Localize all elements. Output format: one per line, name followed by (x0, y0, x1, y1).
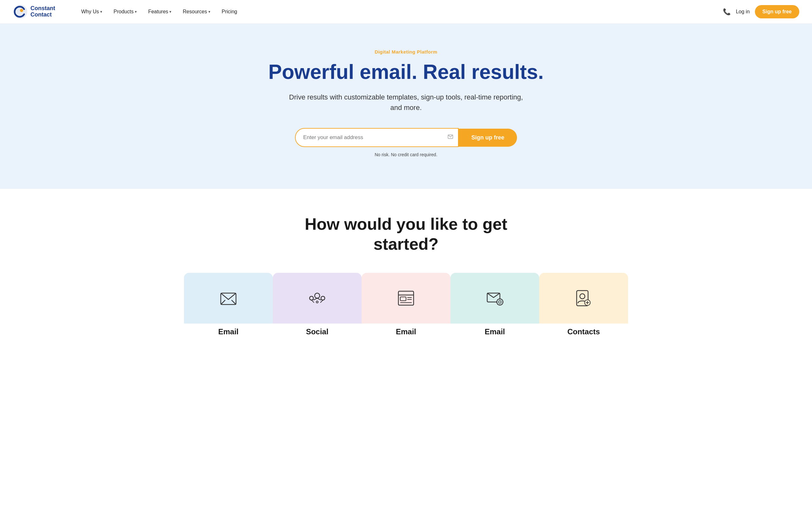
svg-line-9 (313, 298, 317, 300)
login-link[interactable]: Log in (736, 9, 750, 14)
svg-line-4 (221, 300, 225, 304)
hero-label: Digital Marketing Platform (13, 49, 799, 55)
card-label-email: Email (184, 324, 273, 336)
svg-point-7 (310, 296, 313, 300)
email-icon (447, 134, 454, 142)
nav-products[interactable]: Products ▾ (109, 6, 141, 17)
get-started-section: How would you like to get started? (0, 189, 812, 349)
svg-line-13 (320, 300, 323, 302)
chevron-down-icon: ▾ (208, 9, 210, 14)
svg-line-12 (311, 300, 314, 302)
navbar-left: Constant Contact Why Us ▾ Products ▾ Fea… (13, 4, 242, 19)
navbar-right: 📞 Log in Sign up free (723, 5, 799, 18)
logo-line1: Constant (31, 5, 55, 12)
chevron-down-icon: ▾ (100, 9, 102, 14)
hero-title: Powerful email. Real results. (13, 61, 799, 83)
nav-resources[interactable]: Resources ▾ (178, 6, 214, 17)
card-label-social: Social (273, 324, 362, 336)
chevron-down-icon: ▾ (135, 9, 137, 14)
card-contacts[interactable] (539, 273, 628, 324)
navbar: Constant Contact Why Us ▾ Products ▾ Fea… (0, 0, 812, 24)
card-social[interactable] (273, 273, 362, 324)
logo-text: Constant Contact (31, 5, 55, 18)
contacts-card-icon (571, 285, 596, 311)
card-landing[interactable] (362, 273, 450, 324)
nav-features[interactable]: Features ▾ (144, 6, 176, 17)
svg-rect-16 (400, 297, 406, 301)
cards-row (13, 273, 799, 324)
nav-why-us[interactable]: Why Us ▾ (77, 6, 107, 17)
automation-card-icon (482, 285, 507, 311)
get-started-title: How would you like to get started? (279, 214, 533, 254)
hero-disclaimer: No risk. No credit card required. (13, 152, 799, 157)
svg-line-10 (317, 298, 321, 300)
landing-card-icon (393, 285, 419, 311)
email-input-wrap (295, 128, 459, 147)
svg-point-11 (316, 301, 318, 303)
social-card-icon (305, 285, 330, 311)
svg-point-8 (321, 296, 325, 300)
hero-section: Digital Marketing Platform Powerful emai… (0, 24, 812, 189)
card-label-landing: Email (362, 324, 450, 336)
phone-icon[interactable]: 📞 (723, 8, 731, 15)
logo-line2: Contact (31, 12, 55, 18)
card-email[interactable] (184, 273, 273, 324)
signup-free-button[interactable]: Sign up free (755, 5, 799, 18)
card-label-contacts: Contacts (539, 324, 628, 336)
card-label-automation: Email (450, 324, 539, 336)
hero-subtitle: Drive results with customizable template… (289, 92, 523, 113)
hero-form: Sign up free (295, 128, 517, 147)
email-card-icon (216, 285, 241, 311)
nav-pricing[interactable]: Pricing (217, 6, 242, 17)
chevron-down-icon: ▾ (169, 9, 171, 14)
card-automation[interactable] (450, 273, 539, 324)
svg-line-5 (232, 300, 236, 304)
svg-point-6 (315, 293, 320, 298)
email-input[interactable] (295, 128, 459, 147)
cards-labels: Email Social Email Email Contacts (13, 324, 799, 336)
svg-point-1 (20, 9, 23, 12)
logo-icon (13, 4, 28, 19)
svg-point-32 (580, 294, 585, 299)
hero-signup-button[interactable]: Sign up free (459, 129, 517, 147)
navbar-nav: Why Us ▾ Products ▾ Features ▾ Resources… (77, 6, 242, 17)
